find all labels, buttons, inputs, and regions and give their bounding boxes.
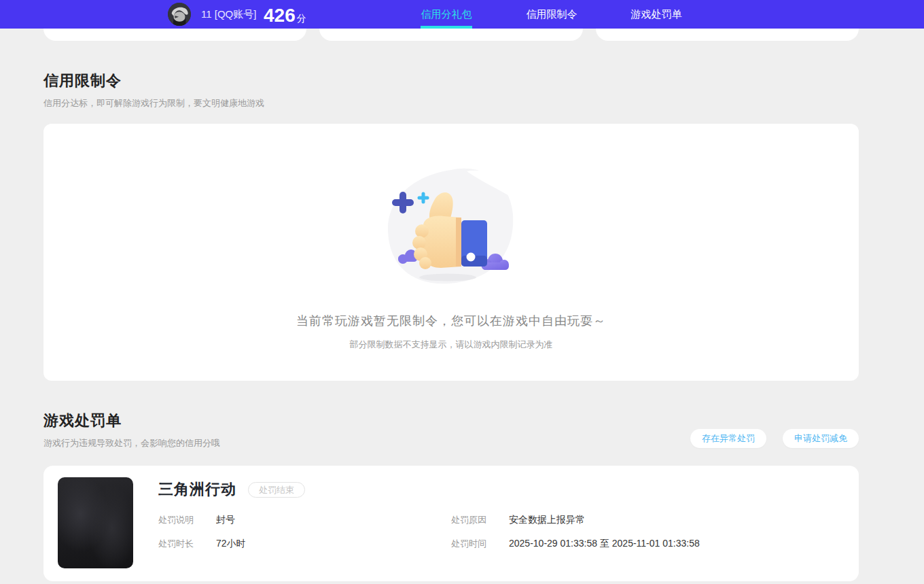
status-badge: 处罚结束	[248, 482, 305, 498]
restriction-section-subtitle: 信用分达标，即可解除游戏行为限制，要文明健康地游戏	[43, 97, 859, 109]
punishment-title-row: 三角洲行动 处罚结束	[158, 479, 859, 500]
gift-card-partial	[43, 29, 306, 41]
gift-card-partial	[319, 29, 582, 41]
field-label: 处罚说明	[158, 514, 205, 526]
empty-state-message: 当前常玩游戏暂无限制令，您可以在游戏中自由玩耍～	[296, 313, 606, 329]
field-punishment-duration: 处罚时长 72小时	[158, 538, 451, 550]
punishment-actions: 存在异常处罚 申请处罚减免	[690, 429, 859, 449]
apply-reduction-button[interactable]: 申请处罚减免	[783, 429, 859, 448]
tab-credit-restriction[interactable]: 信用限制令	[526, 0, 578, 29]
tab-game-punishment[interactable]: 游戏处罚单	[630, 0, 682, 29]
gift-card-partial	[596, 29, 859, 41]
page-content: 信用限制令 信用分达标，即可解除游戏行为限制，要文明健康地游戏	[43, 29, 859, 581]
field-value: 2025-10-29 01:33:58 至 2025-11-01 01:33:5…	[509, 538, 700, 550]
field-label: 处罚时间	[451, 538, 497, 550]
top-nav-bar: 11 [QQ账号] 426 分 信用分礼包 信用限制令 游戏处罚单	[0, 0, 924, 29]
field-value: 封号	[216, 514, 235, 526]
punishment-card-body: 三角洲行动 处罚结束 处罚说明 封号 处罚原因 安全数据上报异常 处罚时长 72…	[133, 466, 859, 581]
abnormal-punishment-button[interactable]: 存在异常处罚	[690, 429, 766, 448]
field-label: 处罚原因	[451, 514, 497, 526]
punishment-fields: 处罚说明 封号 处罚原因 安全数据上报异常 处罚时长 72小时 处罚时间 202…	[158, 514, 859, 550]
tab-game-punishment-label: 游戏处罚单	[631, 8, 682, 21]
punishment-section-titles: 游戏处罚单 游戏行为违规导致处罚，会影响您的信用分哦	[43, 381, 220, 449]
empty-state-note: 部分限制数据不支持显示，请以游戏内限制记录为准	[350, 339, 553, 351]
game-thumbnail	[58, 477, 133, 568]
gift-cards-row	[43, 29, 859, 41]
field-value: 72小时	[216, 538, 246, 550]
thumbs-up-illustration-icon	[380, 160, 522, 296]
punishment-card: 三角洲行动 处罚结束 处罚说明 封号 处罚原因 安全数据上报异常 处罚时长 72…	[43, 466, 859, 581]
punishment-section-subtitle: 游戏行为违规导致处罚，会影响您的信用分哦	[43, 437, 220, 449]
game-name: 三角洲行动	[158, 479, 236, 500]
field-label: 处罚时长	[158, 538, 205, 550]
nav-tabs: 信用分礼包 信用限制令 游戏处罚单	[0, 0, 924, 29]
punishment-section-header: 游戏处罚单 游戏行为违规导致处罚，会影响您的信用分哦 存在异常处罚 申请处罚减免	[43, 381, 859, 449]
field-punishment-reason: 处罚原因 安全数据上报异常	[451, 514, 859, 526]
restriction-section-title: 信用限制令	[43, 71, 859, 91]
field-punishment-time: 处罚时间 2025-10-29 01:33:58 至 2025-11-01 01…	[451, 538, 859, 550]
restriction-empty-card: 当前常玩游戏暂无限制令，您可以在游戏中自由玩耍～ 部分限制数据不支持显示，请以游…	[43, 124, 859, 381]
tab-credit-gift[interactable]: 信用分礼包	[421, 0, 472, 29]
tab-credit-restriction-label: 信用限制令	[527, 8, 578, 21]
punishment-section-title: 游戏处罚单	[43, 411, 220, 431]
field-punishment-description: 处罚说明 封号	[158, 514, 451, 526]
field-value: 安全数据上报异常	[509, 514, 585, 526]
tab-credit-gift-label: 信用分礼包	[421, 8, 472, 21]
